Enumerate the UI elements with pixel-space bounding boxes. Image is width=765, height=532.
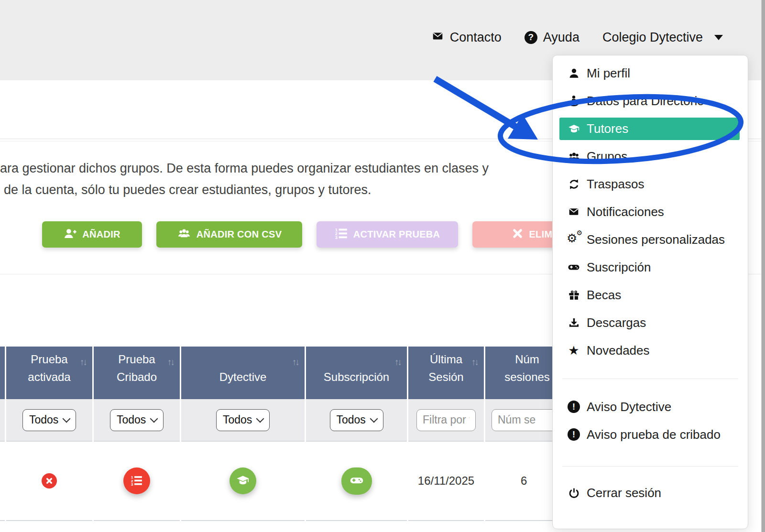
menu-item-cerrar-sesion[interactable]: Cerrar sesión [553, 479, 748, 507]
cogs-icon: ⚙⚙ [567, 233, 580, 246]
filter-cell [408, 399, 484, 441]
select-value: Todos [29, 413, 58, 426]
subscription-button[interactable] [341, 467, 372, 495]
header-cell [0, 347, 5, 399]
table-column-prueba-cribado: Prueba Cribado ↑↓ Todos 123 [94, 347, 180, 532]
user-plus-icon [64, 228, 77, 242]
sort-icon[interactable]: ↑↓ [292, 357, 298, 368]
contact-link[interactable]: Contacto [431, 30, 502, 45]
menu-item-label: Novedades [587, 343, 650, 358]
users-icon [567, 150, 580, 163]
header-line: Subscripción [306, 368, 407, 386]
sort-icon[interactable]: ↑↓ [167, 357, 174, 368]
menu-item-aviso-prueba-cribado[interactable]: ! Aviso prueba de cribado [553, 421, 748, 448]
header-line: Prueba [94, 350, 180, 368]
menu-item-label: Aviso Dytective [587, 400, 671, 414]
gamepad-icon [349, 473, 365, 489]
activate-test-button-label: ACTIVAR PRUEBA [353, 229, 440, 240]
table-cell [94, 521, 180, 532]
list-ol-icon: 123 [335, 227, 348, 242]
filter-select-prueba-activada[interactable]: Todos [22, 409, 76, 431]
cell-prueba-cribado: 123 [94, 441, 180, 521]
question-circle-icon: ? [525, 31, 537, 44]
select-value: Todos [223, 413, 252, 426]
menu-item-label: Aviso prueba de cribado [587, 427, 721, 442]
menu-divider [562, 466, 738, 467]
topbar-items: Contacto ? Ayuda Colegio Dytective [431, 25, 723, 50]
vertical-scrollbar[interactable] [761, 0, 765, 532]
dytective-button[interactable] [230, 467, 256, 494]
table-column-ultima-sesion: Última Sesión ↑↓ 16/11/2025 [408, 347, 484, 532]
filter-cell: Todos [6, 399, 92, 441]
column-header-prueba-cribado[interactable]: Prueba Cribado ↑↓ [94, 347, 180, 399]
menu-item-suscripcion[interactable]: Suscripción [553, 253, 748, 281]
menu-item-label: Descargas [587, 315, 646, 330]
annotation-arrow-head [508, 114, 538, 140]
screening-test-button[interactable]: 123 [123, 467, 150, 494]
menu-item-aviso-dytective[interactable]: ! Aviso Dytective [553, 393, 748, 421]
account-menu-toggle[interactable]: Colegio Dytective [602, 30, 723, 45]
menu-item-novedades[interactable]: ★ Novedades [553, 337, 748, 364]
x-icon [512, 228, 524, 242]
menu-item-datos-directorio[interactable]: Datos para Directorio [553, 87, 748, 115]
table-cell [306, 521, 407, 532]
envelope-icon [567, 205, 580, 218]
cell-dytective [181, 441, 305, 521]
column-header-ultima-sesion[interactable]: Última Sesión ↑↓ [408, 347, 484, 399]
header-line: Cribado [94, 368, 180, 386]
menu-item-label: Sesiones personalizadas [587, 232, 725, 247]
menu-item-tutores[interactable]: Tutores [559, 118, 740, 140]
download-icon [567, 316, 580, 329]
column-header-dytective[interactable]: Dytective ↑↓ [181, 347, 305, 399]
menu-item-descargas[interactable]: Descargas [553, 309, 748, 337]
filter-select-dytective[interactable]: Todos [216, 409, 270, 431]
users-icon [177, 227, 191, 242]
times-circle-icon [42, 473, 57, 489]
exclamation-circle-icon: ! [567, 428, 580, 441]
column-header-prueba-activada[interactable]: Prueba activada ↑↓ [6, 347, 92, 399]
activate-test-button[interactable]: 123 ACTIVAR PRUEBA [317, 221, 458, 248]
filter-cell [0, 399, 5, 441]
menu-item-grupos[interactable]: Grupos [553, 142, 748, 170]
header-line [306, 350, 407, 368]
header-line: Prueba [6, 350, 92, 368]
menu-item-label: Becas [587, 288, 621, 303]
menu-item-traspasos[interactable]: Traspasos [553, 170, 748, 198]
header-line: activada [6, 368, 92, 386]
filter-cell: Todos [94, 399, 180, 441]
svg-text:3: 3 [335, 235, 338, 239]
last-session-date: 16/11/2025 [418, 474, 474, 488]
students-table: Prueba activada ↑↓ Todos Prueba Cribado … [0, 347, 569, 532]
filter-select-subscripcion[interactable]: Todos [330, 409, 383, 431]
list-ol-icon: 123 [131, 475, 143, 488]
menu-item-mi-perfil[interactable]: Mi perfil [553, 59, 748, 87]
cell-ultima-sesion: 16/11/2025 [408, 441, 484, 521]
filter-select-prueba-cribado[interactable]: Todos [110, 409, 164, 431]
table-column-dytective: Dytective ↑↓ Todos [181, 347, 305, 532]
add-csv-button-label: AÑADIR CON CSV [197, 229, 282, 240]
header-line [181, 350, 305, 368]
menu-item-label: Suscripción [587, 260, 651, 275]
sort-icon[interactable]: ↑↓ [80, 357, 86, 368]
add-csv-button[interactable]: AÑADIR CON CSV [156, 221, 302, 248]
menu-item-becas[interactable]: Becas [553, 281, 748, 309]
date-filter-input[interactable] [416, 409, 476, 431]
menu-item-sesiones-personalizadas[interactable]: ⚙⚙ Sesiones personalizadas [553, 226, 748, 253]
table-cell [0, 441, 5, 521]
menu-item-label: Traspasos [587, 177, 644, 192]
select-value: Todos [117, 413, 146, 426]
table-column-prueba-activada: Prueba activada ↑↓ Todos [6, 347, 92, 532]
sort-icon[interactable]: ↑↓ [471, 357, 478, 368]
sort-icon[interactable]: ↑↓ [394, 357, 401, 368]
table-cell [6, 521, 92, 532]
header-line: Dytective [181, 368, 305, 386]
table-cell [408, 521, 484, 532]
svg-text:3: 3 [131, 482, 133, 486]
menu-item-notificaciones[interactable]: Notificaciones [553, 198, 748, 226]
column-header-subscripcion[interactable]: Subscripción ↑↓ [306, 347, 407, 399]
street-view-icon [567, 94, 580, 108]
help-link[interactable]: ? Ayuda [525, 30, 579, 45]
power-icon [567, 486, 580, 499]
add-button[interactable]: AÑADIR [42, 221, 142, 248]
cell-subscripcion [306, 441, 407, 521]
